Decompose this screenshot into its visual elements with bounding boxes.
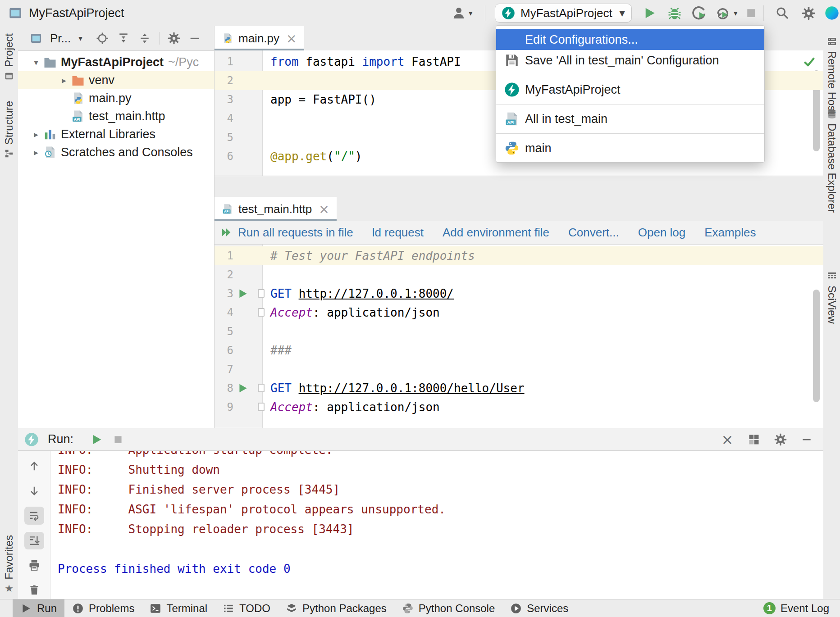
up-stacktrace-icon[interactable] (24, 457, 44, 475)
project-view-icon[interactable] (30, 32, 42, 45)
tree-item-external-libraries[interactable]: ▸External Libraries (18, 125, 214, 143)
tree-item-venv[interactable]: ▸venv (18, 71, 214, 89)
http-toolbar-link-ld-request[interactable]: ld request (372, 226, 424, 240)
statusbar-tab-todo[interactable]: TODO (215, 599, 278, 617)
tree-item-myfastapiproject[interactable]: ▾MyFastApiProject~/Pyc (18, 53, 214, 71)
chevron-right-icon[interactable]: ▸ (29, 129, 43, 139)
collapse-all-icon[interactable] (138, 32, 151, 45)
run-request-icon[interactable] (237, 288, 249, 299)
expand-all-icon[interactable] (117, 32, 130, 45)
soft-wrap-icon[interactable] (24, 507, 44, 524)
http-editor[interactable]: 1# Test your FastAPI endpoints23GET http… (215, 245, 823, 428)
code-line-5[interactable]: 5 (215, 322, 823, 341)
chevron-right-icon[interactable]: ▸ (57, 75, 71, 85)
panel-gear-icon[interactable] (774, 433, 787, 446)
double-play-icon (220, 226, 233, 239)
fold-marker-icon[interactable] (258, 289, 265, 298)
statusbar-tab-run[interactable]: Run (13, 599, 64, 617)
menu-item-main[interactable]: main (496, 138, 764, 159)
http-toolbar-link-convert-[interactable]: Convert... (568, 226, 619, 240)
fold-marker-icon[interactable] (258, 308, 265, 317)
debug-button[interactable] (667, 5, 682, 21)
tool-stripe-button-favorites[interactable]: Favorites★ (3, 535, 15, 594)
tree-item-main-py[interactable]: main.py (18, 89, 214, 107)
rerun-play-icon[interactable] (91, 433, 103, 446)
tree-item-scratches-and-consoles[interactable]: ▸Scratches and Consoles (18, 143, 214, 161)
fold-marker-icon[interactable] (258, 403, 265, 411)
print-icon[interactable] (24, 557, 44, 574)
tool-stripe-button-database-explorer[interactable]: Database Explorer (823, 109, 840, 213)
fold-marker-icon[interactable] (258, 384, 265, 392)
tree-item-label: venv (89, 73, 114, 87)
stripe-label: Remote Host (826, 51, 838, 114)
tab-test-main-http[interactable]: API test_main.http × (215, 197, 337, 221)
tree-item-test-main-http[interactable]: APItest_main.http (18, 107, 214, 125)
stop-icon[interactable] (112, 434, 124, 445)
project-tool-window: Pr... ▾ ▾MyFastApiProject~/Pyc▸venvmain.… (18, 26, 215, 428)
code-line-1[interactable]: 1# Test your FastAPI endpoints (215, 246, 823, 265)
project-view-chevron-icon[interactable]: ▾ (78, 34, 82, 43)
code-line-7[interactable]: 7 (215, 360, 823, 379)
tool-stripe-button-remote-host[interactable]: Remote Host (823, 36, 840, 114)
code-line-8[interactable]: 8GET http://127.0.0.1:8000/hello/User (215, 379, 823, 398)
tool-stripe-button-project[interactable]: Project (3, 33, 15, 81)
code-line-2[interactable]: 2 (215, 265, 823, 284)
tab-main-py[interactable]: main.py × (215, 26, 304, 50)
statusbar-tab-services[interactable]: Services (502, 599, 576, 617)
http-toolbar-link-examples[interactable]: Examples (704, 226, 756, 240)
link-label: Run all requests in file (238, 226, 353, 240)
project-view-selector[interactable]: Pr... (50, 32, 71, 45)
chevron-right-icon[interactable]: ▸ (29, 147, 43, 157)
chevron-down-icon[interactable]: ▾ (29, 57, 43, 67)
close-panel-icon[interactable]: × (721, 433, 734, 446)
app-window-icon (8, 6, 23, 20)
run-with-coverage-button[interactable] (715, 5, 730, 21)
pycharm-logo-icon (825, 6, 839, 20)
tool-stripe-button-structure[interactable]: Structure (3, 101, 15, 159)
tool-stripe-button-sciview[interactable]: SciView (823, 271, 840, 324)
statusbar-tab-label: Services (527, 602, 568, 615)
folder-root-icon (43, 55, 57, 69)
close-tab-icon[interactable]: × (286, 31, 297, 46)
scroll-to-end-icon[interactable] (24, 532, 44, 549)
hide-panel-icon[interactable] (188, 32, 201, 45)
panel-settings-gear-icon[interactable] (167, 32, 181, 45)
line-number: 1 (215, 246, 233, 265)
http-toolbar-link-open-log[interactable]: Open log (638, 226, 686, 240)
http-toolbar-link-run-all-requests-in-file[interactable]: Run all requests in file (220, 226, 353, 240)
clear-console-icon[interactable] (24, 581, 44, 599)
locate-file-icon[interactable] (96, 32, 109, 45)
close-tab-icon[interactable]: × (319, 202, 329, 217)
code-line-6[interactable]: 6### (215, 341, 823, 360)
menu-item-all-in-test-main[interactable]: APIAll in test_main (496, 109, 764, 129)
run-console-output[interactable]: INFO: Application startup complete.INFO:… (50, 451, 823, 599)
profiler-button[interactable] (691, 5, 707, 21)
code-line-3[interactable]: 3GET http://127.0.0.1:8000/ (215, 284, 823, 303)
run-button[interactable] (643, 6, 657, 20)
menu-item-edit-configurations-[interactable]: Edit Configurations... (496, 29, 764, 50)
down-stacktrace-icon[interactable] (24, 482, 44, 499)
user-chevron-icon[interactable]: ▾ (469, 9, 473, 18)
statusbar-tab-python-console[interactable]: Python Console (394, 599, 502, 617)
code-text: Accept: application/json (270, 398, 440, 417)
run-more-chevron-icon[interactable]: ▾ (734, 9, 738, 18)
search-icon[interactable] (775, 6, 790, 20)
http-editor-tabstrip: API test_main.http × (215, 176, 823, 222)
hide-panel-icon[interactable] (801, 434, 813, 445)
menu-item-myfastapiproject[interactable]: MyFastApiProject (496, 79, 764, 100)
statusbar-tab-python-packages[interactable]: Python Packages (278, 599, 394, 617)
user-icon[interactable] (452, 6, 466, 20)
settings-gear-icon[interactable] (801, 6, 816, 21)
run-request-icon[interactable] (237, 382, 249, 394)
layout-grid-icon[interactable] (748, 433, 760, 446)
http-toolbar-link-add-environment-file[interactable]: Add environment file (443, 226, 549, 240)
statusbar-tab-problems[interactable]: Problems (64, 599, 142, 617)
statusbar-tab-terminal[interactable]: Terminal (142, 599, 215, 617)
code-line-9[interactable]: 9Accept: application/json (215, 398, 823, 417)
run-config-selector[interactable]: MyFastApiProject ▼ (495, 4, 632, 23)
stop-button[interactable] (744, 6, 758, 20)
menu-item-save-all-in-test-main-configuration[interactable]: Save 'All in test_main' Configuration (496, 50, 764, 71)
code-line-4[interactable]: 4Accept: application/json (215, 303, 823, 322)
menu-item-label: MyFastApiProject (525, 83, 621, 97)
statusbar-event-log[interactable]: 1Event Log (763, 602, 840, 615)
